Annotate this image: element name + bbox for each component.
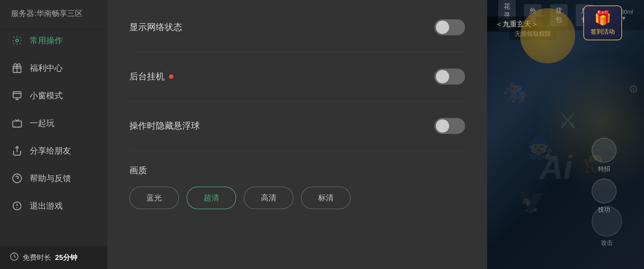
quality-section: 画质 蓝光 超清 高清 标清	[129, 165, 465, 209]
action-btn-circle-special	[592, 138, 616, 163]
quality-buttons: 蓝光 超清 高清 标清	[129, 187, 465, 209]
free-time-minutes: 25分钟	[55, 253, 77, 262]
show-network-status-text: 显示网络状态	[129, 21, 182, 33]
quality-btn-super-clear[interactable]: 超清	[187, 187, 236, 209]
svg-rect-3	[13, 121, 21, 127]
quality-btn-bluray[interactable]: 蓝光	[129, 187, 179, 209]
show-network-status-toggle[interactable]	[434, 19, 465, 35]
hide-ball-text: 操作时隐藏悬浮球	[129, 120, 200, 132]
free-time-bar: 免费时长 25分钟	[0, 246, 107, 269]
action-btn-special[interactable]: 特招	[592, 138, 616, 173]
moon-circle-deco	[520, 8, 575, 63]
gear-icon	[11, 34, 23, 47]
background-hang-toggle[interactable]	[434, 69, 465, 85]
main-panel: 显示网络状态 后台挂机 操作时隐藏悬浮球 画质 蓝光 超清 高清	[107, 0, 487, 269]
sidebar-item-exit-game[interactable]: 退出游戏	[0, 192, 107, 220]
settings-deco-right: ⚙	[629, 83, 638, 95]
char-silhouette-1: 🏇	[503, 81, 530, 107]
background-hang-dot	[169, 74, 173, 79]
game-background: 花寻侠 外观 背包 肩包 ん名まえ 50ml ▼ ＜九重玄天＞ 无需领取权限 🎁…	[487, 0, 644, 269]
player-level-top: 50ml ▼	[621, 9, 633, 21]
sidebar-item-help-feedback[interactable]: 帮助与反馈	[0, 165, 107, 192]
sidebar-item-share-friends[interactable]: 分享给朋友	[0, 137, 107, 165]
clock-icon	[10, 252, 19, 263]
help-icon	[11, 172, 23, 184]
sidebar-label-common-ops: 常用操作	[30, 35, 63, 46]
gift-icon-large: 🎁	[594, 10, 611, 26]
sidebar-item-mini-window[interactable]: 小窗模式	[0, 82, 107, 109]
hide-ball-thumb	[436, 119, 449, 133]
show-network-status-row: 显示网络状态	[129, 17, 465, 38]
hide-ball-row: 操作时隐藏悬浮球	[129, 115, 465, 137]
attack-btn-label: 攻击	[601, 239, 613, 247]
svg-point-0	[16, 39, 18, 42]
action-btn-label-special: 特招	[598, 165, 610, 173]
action-btn-circle-skill	[592, 179, 616, 203]
background-hang-row: 后台挂机	[129, 66, 465, 87]
divider-1	[129, 52, 465, 52]
divider-3	[129, 150, 465, 151]
exit-icon	[11, 200, 23, 212]
background-hang-thumb	[436, 70, 449, 83]
sidebar-label-help-feedback: 帮助与反馈	[30, 173, 71, 184]
sidebar-item-common-ops[interactable]: 常用操作	[0, 27, 107, 54]
hide-ball-label: 操作时隐藏悬浮球	[129, 120, 200, 132]
background-hang-label: 后台挂机	[129, 71, 173, 83]
sign-in-label: 签到活动	[591, 28, 615, 36]
char-silhouette-3: ⚔	[558, 107, 578, 133]
sidebar-label-share-friends: 分享给朋友	[30, 145, 71, 157]
sidebar-label-play-together: 一起玩	[30, 118, 54, 129]
sidebar-item-welfare[interactable]: 福利中心	[0, 54, 107, 82]
free-time-label: 免费时长	[23, 253, 51, 262]
quality-btn-hd[interactable]: 高清	[244, 187, 293, 209]
quality-btn-sd[interactable]: 标清	[301, 187, 351, 209]
svg-rect-2	[13, 92, 21, 98]
background-hang-text: 后台挂机	[129, 71, 165, 83]
show-network-status-label: 显示网络状态	[129, 21, 182, 33]
attack-btn-circle	[592, 206, 622, 236]
sidebar: 服务器:华南畅享三区 常用操作 福利中心 小窗模式	[0, 0, 107, 269]
divider-2	[129, 101, 465, 101]
sidebar-item-play-together[interactable]: 一起玩	[0, 109, 107, 137]
tv-icon	[11, 117, 23, 129]
attack-btn-container[interactable]: 攻击	[592, 206, 622, 247]
show-network-status-thumb	[436, 21, 449, 34]
gift-icon	[11, 62, 23, 74]
sidebar-label-exit-game: 退出游戏	[30, 200, 63, 212]
window-icon	[11, 90, 23, 102]
sidebar-label-welfare: 福利中心	[30, 63, 63, 74]
char-silhouette-2: 🧙	[526, 134, 554, 160]
hide-ball-toggle[interactable]	[434, 118, 465, 134]
sidebar-label-mini-window: 小窗模式	[30, 90, 63, 101]
char-silhouette-5: 🦅	[519, 188, 546, 214]
server-label: 服务器:华南畅享三区	[0, 0, 107, 27]
share-icon	[11, 145, 23, 157]
sign-in-badge[interactable]: 🎁 签到活动	[583, 6, 622, 40]
action-buttons: 特招 技功	[592, 138, 616, 214]
quality-label: 画质	[129, 165, 465, 177]
